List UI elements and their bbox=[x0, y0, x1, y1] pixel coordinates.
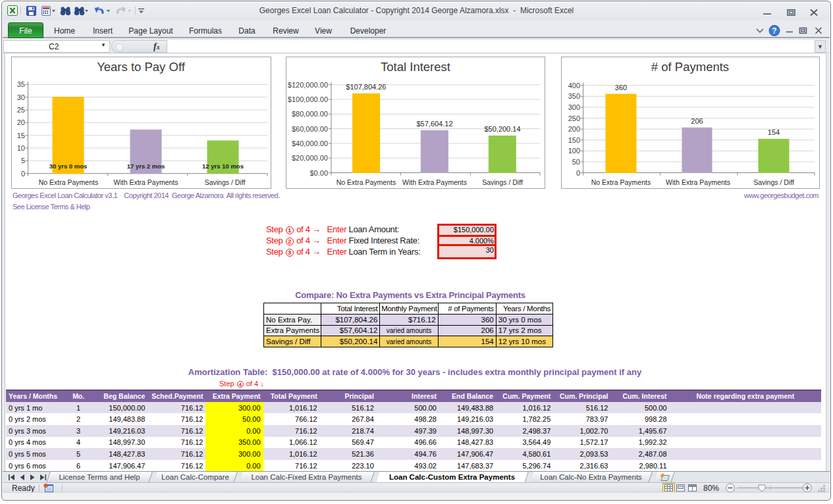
svg-text:No Extra Payments: No Extra Payments bbox=[39, 178, 98, 186]
svg-text:Savings / Diff: Savings / Diff bbox=[205, 178, 246, 186]
svg-text:With Extra Payments: With Extra Payments bbox=[113, 178, 178, 186]
svg-text:10: 10 bbox=[17, 144, 25, 152]
svg-text:50: 50 bbox=[572, 158, 580, 166]
svg-text:?: ? bbox=[772, 26, 776, 36]
svg-text:$40,000.00: $40,000.00 bbox=[292, 139, 328, 147]
svg-text:5: 5 bbox=[21, 157, 25, 164]
svg-text:$120,000.00: $120,000.00 bbox=[288, 81, 328, 89]
svg-text:$20,000.00: $20,000.00 bbox=[292, 154, 328, 162]
svg-text:30: 30 bbox=[17, 93, 25, 101]
svg-text:With Extra Payments: With Extra Payments bbox=[402, 178, 467, 186]
svg-text:$80,000.00: $80,000.00 bbox=[292, 110, 328, 118]
svg-text:# of Payments: # of Payments bbox=[651, 60, 729, 74]
svg-text:100: 100 bbox=[568, 147, 580, 155]
svg-text:Savings / Diff: Savings / Diff bbox=[753, 178, 794, 186]
svg-text:206: 206 bbox=[691, 117, 703, 125]
svg-text:With Extra Payments: With Extra Payments bbox=[666, 178, 730, 186]
svg-text:$100,000.00: $100,000.00 bbox=[288, 95, 328, 103]
svg-text:200: 200 bbox=[568, 125, 580, 133]
svg-text:300: 300 bbox=[568, 103, 580, 111]
svg-text:No Extra Payments: No Extra Payments bbox=[336, 178, 396, 186]
svg-text:20: 20 bbox=[17, 118, 25, 126]
svg-text:150: 150 bbox=[568, 136, 580, 144]
svg-text:$0.00: $0.00 bbox=[309, 169, 328, 177]
svg-text:17 yrs 2 mos: 17 yrs 2 mos bbox=[127, 163, 165, 170]
svg-text:12 yrs 10 mos: 12 yrs 10 mos bbox=[202, 163, 244, 170]
svg-text:250: 250 bbox=[568, 114, 580, 122]
svg-text:30 yrs 0 mos: 30 yrs 0 mos bbox=[49, 163, 88, 170]
svg-text:$60,000.00: $60,000.00 bbox=[292, 125, 328, 133]
svg-text:Total Interest: Total Interest bbox=[381, 60, 450, 74]
svg-text:Years to Pay Off: Years to Pay Off bbox=[97, 60, 186, 74]
svg-text:25: 25 bbox=[17, 106, 25, 114]
svg-text:400: 400 bbox=[568, 82, 580, 89]
svg-text:35: 35 bbox=[17, 80, 25, 88]
svg-text:360: 360 bbox=[615, 84, 627, 91]
svg-text:$107,804.26: $107,804.26 bbox=[346, 83, 386, 91]
svg-text:No Extra Payments: No Extra Payments bbox=[591, 178, 651, 186]
svg-text:350: 350 bbox=[568, 92, 580, 100]
svg-text:0: 0 bbox=[576, 169, 580, 177]
svg-text:15: 15 bbox=[17, 132, 25, 139]
svg-text:154: 154 bbox=[768, 128, 780, 136]
svg-text:0: 0 bbox=[21, 170, 25, 178]
svg-text:$57,604.12: $57,604.12 bbox=[416, 120, 452, 128]
svg-text:$50,200.14: $50,200.14 bbox=[484, 125, 520, 133]
svg-text:Savings / Diff: Savings / Diff bbox=[482, 178, 523, 186]
